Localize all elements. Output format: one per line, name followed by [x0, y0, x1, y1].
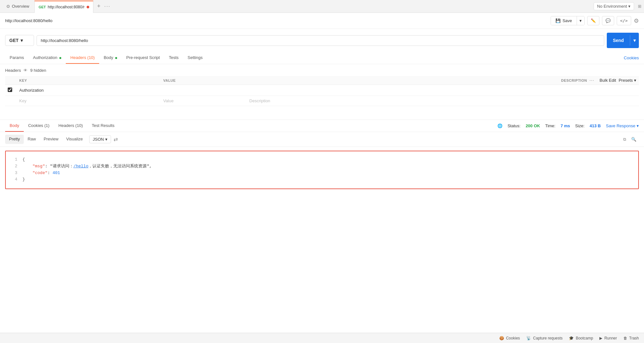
copy-button[interactable]: ⧉	[621, 136, 629, 143]
globe-icon: 🌐	[497, 123, 502, 128]
environment-selector[interactable]: No Environment ▾	[594, 2, 634, 10]
save-response-button[interactable]: Save Response ▾	[606, 123, 639, 128]
headers-section: Headers 👁 9 hidden KEY VALUE DESCRIPTION…	[0, 64, 644, 110]
format-tab-preview[interactable]: Preview	[40, 135, 62, 144]
visualize-label: Visualize	[66, 137, 83, 141]
presets-button[interactable]: Presets ▾	[619, 78, 636, 83]
code-line-3: 3 "code": 401	[11, 170, 633, 177]
send-arrow[interactable]: ▾	[630, 35, 639, 46]
tab-settings[interactable]: Settings	[183, 52, 207, 64]
new-desc-cell: Description	[247, 96, 639, 106]
tab-headers[interactable]: Headers (10)	[66, 52, 99, 64]
code-button[interactable]: </>	[617, 16, 631, 25]
headers-label: Headers (10)	[70, 55, 95, 60]
line-number: 2	[11, 163, 17, 170]
line-content: "msg": "请求访问：/hello，认证失败，无法访问系统资源",	[22, 163, 633, 170]
format-tab-pretty[interactable]: Pretty	[5, 135, 24, 144]
status-bar: 🍪 Cookies 📡 Capture requests 🎓 Bootcamp …	[0, 333, 644, 343]
save-icon: 💾	[555, 18, 561, 23]
overview-tab[interactable]: ⊙ Overview	[3, 0, 33, 13]
format-value: JSON	[93, 137, 104, 142]
body-tab-label: Body	[10, 123, 19, 128]
new-value-cell: Value	[161, 96, 247, 106]
trash-statusbar[interactable]: 🗑 Trash	[623, 336, 639, 340]
key-placeholder: Key	[19, 98, 26, 103]
workspace-icon[interactable]: ⊞	[638, 4, 641, 9]
params-label: Params	[10, 55, 24, 60]
request-title: http://localhost:8080/hello	[5, 18, 551, 23]
tab-pre-request[interactable]: Pre-request Script	[122, 52, 164, 64]
key-col-header: KEY	[17, 76, 161, 85]
capture-icon: 📡	[526, 336, 531, 340]
response-tabs: Body Cookies (1) Headers (10) Test Resul…	[0, 120, 644, 132]
wrap-button[interactable]: ⇄	[114, 136, 118, 142]
tab-authorization[interactable]: Authorization	[29, 52, 66, 64]
line-content: "code": 401	[22, 170, 633, 177]
table-row-new: Key Value Description	[5, 96, 639, 106]
runner-statusbar[interactable]: ▶ Runner	[599, 336, 617, 340]
chevron-down-icon: ▾	[634, 78, 636, 83]
format-tab-raw[interactable]: Raw	[24, 135, 40, 144]
tab-test-results[interactable]: Test Results	[87, 120, 119, 132]
cookies-link[interactable]: Cookies	[624, 55, 639, 60]
add-tab-button[interactable]: +	[95, 3, 103, 10]
tab-response-cookies[interactable]: Cookies (1)	[24, 120, 54, 132]
line-content: {	[22, 156, 633, 163]
method-badge: GET	[39, 5, 46, 9]
chevron-down-icon: ▾	[628, 4, 631, 9]
line-number: 4	[11, 176, 17, 183]
value-cell	[161, 85, 247, 96]
capture-statusbar[interactable]: 📡 Capture requests	[526, 336, 562, 340]
size-label: Size:	[575, 123, 585, 128]
method-value: GET	[9, 38, 19, 43]
format-tab-visualize[interactable]: Visualize	[62, 135, 87, 144]
presets-label: Presets	[619, 78, 633, 83]
test-results-label: Test Results	[92, 123, 115, 128]
bootcamp-label: Bootcamp	[576, 336, 593, 340]
row-checkbox[interactable]	[8, 88, 12, 92]
tab-response-headers[interactable]: Headers (10)	[54, 120, 87, 132]
code-line-4: 4 }	[11, 176, 633, 183]
tab-tests[interactable]: Tests	[164, 52, 183, 64]
search-button[interactable]: 🔍	[629, 136, 639, 143]
save-button-group: 💾 Save ▾	[551, 16, 585, 25]
trash-icon: 🗑	[623, 336, 627, 340]
request-line: GET ▾ Send ▾	[0, 29, 644, 52]
save-label: Save	[562, 18, 572, 23]
bootcamp-statusbar[interactable]: 🎓 Bootcamp	[569, 336, 593, 340]
comment-button[interactable]: 💬	[602, 16, 614, 25]
tab-body[interactable]: Body	[99, 52, 122, 64]
key-value: Authorization	[19, 88, 44, 93]
edit-button[interactable]: ✏️	[587, 16, 599, 25]
save-button[interactable]: 💾 Save	[551, 16, 577, 25]
time-label: Time:	[545, 123, 555, 128]
request-tab[interactable]: GET http://localhost:8080/r	[34, 1, 93, 13]
value-col-header: VALUE	[161, 76, 247, 85]
capture-label: Capture requests	[533, 336, 562, 340]
status-value: 200 OK	[526, 123, 540, 128]
more-tabs-button[interactable]: ···	[104, 4, 110, 9]
authorization-label: Authorization	[33, 55, 57, 60]
bulk-edit-button[interactable]: Bulk Edit	[600, 78, 616, 83]
more-options-icon[interactable]: ···	[589, 79, 594, 82]
settings-icon[interactable]: ⚙	[634, 17, 639, 24]
pre-request-label: Pre-request Script	[126, 55, 160, 60]
send-button[interactable]: Send ▾	[607, 33, 639, 48]
request-url-short: http://localhost:8080/r	[48, 5, 85, 9]
method-selector[interactable]: GET ▾	[5, 35, 34, 46]
cookies-statusbar[interactable]: 🍪 Cookies	[499, 336, 520, 340]
url-input[interactable]	[37, 35, 604, 46]
preview-label: Preview	[44, 137, 58, 141]
tab-params[interactable]: Params	[5, 52, 29, 64]
unsaved-dot	[87, 6, 89, 8]
save-arrow-button[interactable]: ▾	[577, 16, 584, 25]
response-status-bar: 🌐 Status: 200 OK Time: 7 ms Size: 413 B …	[497, 123, 639, 128]
bottom-panel: Body Cookies (1) Headers (10) Test Resul…	[0, 120, 644, 189]
authorization-dot	[59, 57, 61, 59]
tab-response-body[interactable]: Body	[5, 120, 24, 132]
new-key-cell: Key	[17, 96, 161, 106]
overview-icon: ⊙	[6, 4, 10, 9]
format-selector[interactable]: JSON ▾	[89, 135, 111, 143]
body-dot	[115, 57, 117, 59]
size-value: 413 B	[590, 123, 601, 128]
